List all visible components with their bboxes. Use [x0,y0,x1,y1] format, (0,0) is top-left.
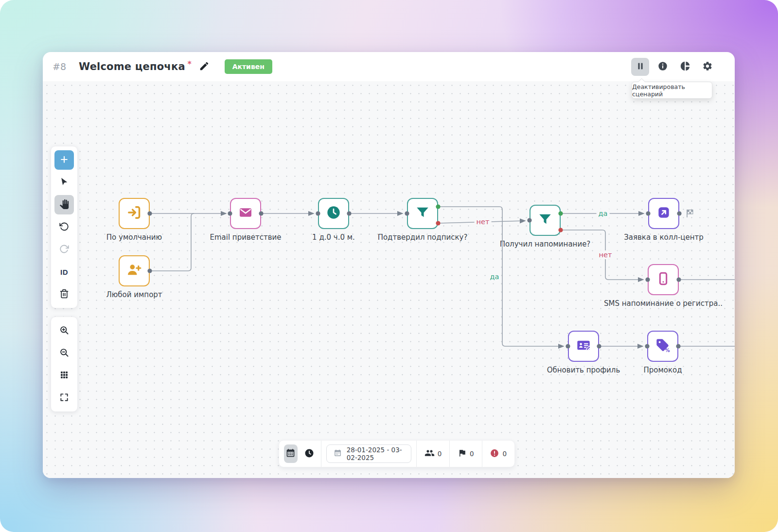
plus-icon [59,155,69,166]
node-delay[interactable]: 1 д.0 ч.0 м. [290,198,377,242]
node-box[interactable] [230,198,261,229]
header-actions [631,58,716,76]
contact-card-edit-icon [576,337,591,355]
zoom-in-button[interactable] [54,321,74,340]
realtime-mode-button[interactable] [302,444,316,463]
node-label: Заявка в колл-центр [624,233,704,242]
clock-filled-icon [304,448,315,460]
redo-icon [59,244,69,255]
flag-icon [458,448,467,459]
funnel-icon [537,212,553,229]
node-box[interactable] [530,205,561,236]
trash-icon [59,289,69,300]
info-icon [657,61,668,73]
node-box[interactable] [407,198,438,229]
node-box[interactable] [318,198,349,229]
calendar-small-icon [334,449,342,459]
pie-chart-icon [680,61,690,73]
fullscreen-icon [59,392,69,404]
edge-label-no: нет [597,250,614,259]
stats-button[interactable] [676,58,694,76]
node-call-center[interactable]: Заявка в колл-центр [620,198,707,242]
node-email-welcome[interactable]: Email приветствие [202,198,289,242]
calendar-icon [285,448,296,460]
undo-button[interactable] [54,217,74,237]
errors-count: 0 [502,450,507,458]
sign-in-icon [126,205,142,222]
contacts-counter[interactable]: 0 [422,448,445,460]
edge-label-yes: да [488,272,501,281]
scenario-number: #8 [53,61,66,72]
zoom-out-button[interactable] [54,343,74,363]
node-default-start[interactable]: По умолчанию [90,198,178,242]
node-label: Получил напоминание? [500,240,591,248]
view-tools-panel [51,317,78,412]
grid-icon [59,370,69,381]
hand-icon [59,199,69,211]
divider [321,441,321,467]
errors-counter[interactable]: 0 [487,448,510,460]
required-asterisk: * [188,60,192,69]
scenario-editor-window: #8 Welcome цепочка * Активен [43,52,735,478]
deactivate-tooltip: Деактивировать сценарий [632,82,712,99]
smartphone-icon [655,271,671,288]
node-box[interactable] [568,331,599,362]
divider [482,441,482,467]
goals-counter[interactable]: 0 [455,448,477,459]
node-label: Email приветствие [210,233,281,242]
node-promo-code[interactable]: % Промокод [619,331,707,374]
pause-scenario-button[interactable] [631,58,649,76]
header: #8 Welcome цепочка * Активен [43,52,735,81]
node-label: 1 д.0 ч.0 м. [312,233,355,242]
node-box[interactable] [119,255,150,286]
divider [416,441,417,467]
node-filter-reminder[interactable]: Получил напоминание? [501,205,589,248]
node-box[interactable] [648,264,679,295]
edge-label-yes: да [597,209,610,218]
date-range-value: 28-01-2025 - 03-02-2025 [347,446,404,461]
settings-button[interactable] [698,58,716,76]
goals-count: 0 [470,450,474,458]
clock-icon [326,205,341,222]
gear-icon [702,61,713,73]
cursor-icon [59,177,69,188]
node-any-import[interactable]: Любой импорт [90,255,178,299]
edge-label-no: нет [475,217,492,226]
node-filter-confirmed[interactable]: Подтвердил подписку? [379,198,466,242]
id-label: ID [60,268,68,276]
divider [449,441,450,467]
node-box[interactable] [119,198,150,229]
calendar-mode-button[interactable] [284,444,298,463]
person-plus-icon [126,262,142,280]
show-ids-button[interactable]: ID [54,262,74,282]
page-background: #8 Welcome цепочка * Активен [0,0,778,532]
node-label: Обновить профиль [547,366,620,374]
node-update-profile[interactable]: Обновить профиль [540,331,627,374]
node-label: По умолчанию [106,233,162,242]
redo-button[interactable] [54,240,74,259]
pencil-icon [199,61,210,73]
error-icon [490,448,499,460]
zoom-in-icon [59,325,69,337]
people-icon [424,448,435,460]
select-tool-button[interactable] [54,173,74,192]
edit-title-button[interactable] [196,59,212,74]
info-button[interactable] [654,58,672,76]
arrow-up-right-square-icon [656,205,672,222]
pause-icon [635,61,646,73]
node-sms-reminder[interactable]: SMS напоминание о регистра.. [619,264,707,308]
date-range-picker[interactable]: 28-01-2025 - 03-02-2025 [326,444,411,463]
node-box[interactable] [648,198,679,229]
fullscreen-button[interactable] [54,388,74,408]
contacts-count: 0 [438,450,442,458]
edit-tools-panel: ID [51,146,78,308]
node-box[interactable]: % [647,331,678,362]
delete-button[interactable] [54,284,74,304]
add-node-button[interactable] [54,150,74,170]
pan-tool-button[interactable] [54,195,74,214]
undo-icon [59,222,69,233]
envelope-icon [238,205,253,222]
node-label: Любой импорт [106,290,162,299]
toggle-grid-button[interactable] [54,366,74,385]
funnel-icon [415,205,430,222]
